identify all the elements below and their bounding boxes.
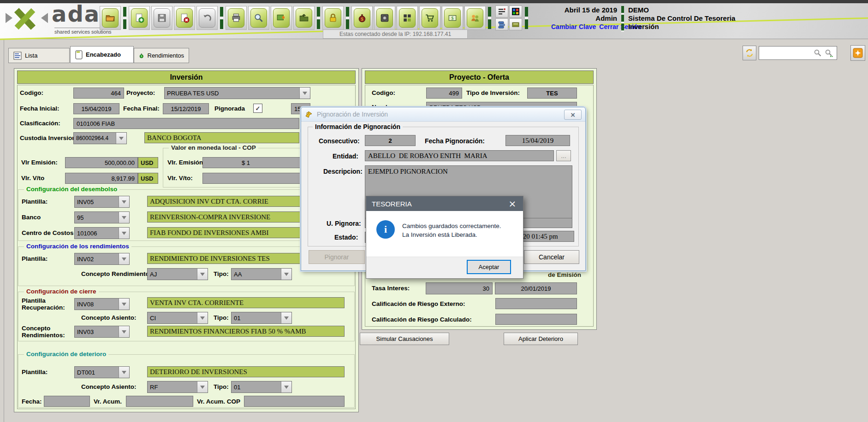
save-button[interactable] <box>151 6 172 30</box>
change-password-link[interactable]: Cambiar Clave <box>551 23 596 30</box>
export-folder-icon <box>296 8 312 28</box>
modules-button[interactable] <box>397 6 418 30</box>
cierre-plantilla-select[interactable]: INV08 <box>74 298 130 310</box>
cierre-tipo-select[interactable]: 01 <box>231 312 292 324</box>
tesoreria-messagebox: TESORERIA × i Cambios guardados correcta… <box>366 196 523 279</box>
toolbar-separator <box>220 7 223 29</box>
custodia-value: 860002964.4 <box>74 133 116 144</box>
chevron-down-icon[interactable] <box>119 228 129 239</box>
pignorada-checkbox[interactable]: ✓ <box>253 104 262 113</box>
delete-button[interactable] <box>174 6 195 30</box>
riesgo-externo-label: Calificación de Riesgo Externo: <box>372 300 465 307</box>
plantilla-label: Plantilla: <box>22 369 48 375</box>
informacion-group-title: Información de Pignoración <box>313 123 403 130</box>
list-view-button[interactable] <box>495 6 508 18</box>
concepto-rendimiento-select[interactable]: AJ <box>147 268 208 280</box>
new-button[interactable] <box>129 6 150 30</box>
custodia-select[interactable]: 860002964.4 <box>73 132 127 144</box>
card-button[interactable] <box>509 18 522 30</box>
preview-button[interactable] <box>248 6 269 30</box>
emision-label-fragment: de Emisión <box>548 271 581 278</box>
chevron-down-icon[interactable] <box>119 212 129 223</box>
proyecto-codigo-field: 499 <box>426 88 462 99</box>
color-grid-button[interactable] <box>509 6 522 18</box>
tipo-select[interactable]: AA <box>231 268 292 280</box>
chevron-down-icon[interactable] <box>119 367 129 378</box>
export-button[interactable] <box>271 6 292 30</box>
chevron-down-icon[interactable] <box>197 381 208 393</box>
chevron-down-icon[interactable] <box>299 88 310 99</box>
tipo-label: Tipo: <box>214 314 229 321</box>
concepto-rendimientos-desc: RENDIMIENTOS FINANCIEROS FIAB 50 % %AMB <box>147 326 345 337</box>
aceptar-button[interactable]: Aceptar <box>467 260 511 274</box>
color-grid-icon <box>511 7 520 16</box>
aplicar-deterioro-button[interactable]: Aplicar Deterioro <box>504 333 578 345</box>
cierre-plantilla-desc: VENTA INV CTA. CORRIENTE <box>147 297 345 308</box>
magnifier-next-icon[interactable] <box>825 49 834 57</box>
lock-button[interactable] <box>322 6 344 30</box>
tab-label: Rendimientos <box>148 52 184 59</box>
chevron-down-icon[interactable] <box>281 381 291 393</box>
chevron-down-icon[interactable] <box>119 326 129 337</box>
purchases-button[interactable] <box>419 6 440 30</box>
close-icon[interactable]: × <box>506 198 518 210</box>
tab-lista[interactable]: Lista <box>8 48 70 63</box>
entidad-field[interactable]: ABELLO DE ROBAYO ENITH MARIA <box>365 150 554 161</box>
print-button[interactable] <box>226 6 247 30</box>
chevron-down-icon[interactable] <box>197 269 208 280</box>
entidad-browse-button[interactable]: ... <box>556 150 571 161</box>
chevron-down-icon[interactable] <box>119 299 129 310</box>
concepto-asiento-select[interactable]: CI <box>147 312 208 324</box>
deterioro-fecha-field <box>44 396 90 407</box>
desembolso-plantilla-select[interactable]: INV05 <box>74 196 130 208</box>
tab-label: Encabezado <box>86 51 121 58</box>
lock-icon <box>325 8 341 28</box>
close-icon[interactable]: × <box>564 110 582 120</box>
undo-button[interactable] <box>196 6 218 30</box>
plantilla-label: Plantilla: <box>22 198 48 205</box>
users-button[interactable] <box>464 6 486 30</box>
funds-button[interactable]: $ <box>351 6 373 30</box>
rendimientos-plantilla-select[interactable]: INV02 <box>74 253 130 265</box>
refresh-button[interactable] <box>743 46 756 60</box>
favorites-button[interactable] <box>850 45 865 61</box>
chevron-down-icon[interactable] <box>119 253 129 264</box>
codigo-label: Codigo: <box>20 89 43 96</box>
value: DT001 <box>75 367 119 378</box>
concepto-asiento-label: Concepto Asiento: <box>81 383 137 390</box>
chevron-down-icon[interactable] <box>119 196 129 207</box>
deterioro-tipo-select[interactable]: 01 <box>231 381 292 393</box>
vr-acum-field <box>126 396 193 407</box>
deterioro-plantilla-select[interactable]: DT001 <box>74 366 130 378</box>
centro-costos-select[interactable]: 101006 <box>74 227 130 239</box>
simular-causaciones-button[interactable]: Simular Causaciones <box>360 333 449 345</box>
vr-acum-cop-field <box>244 396 345 407</box>
tab-rendimientos[interactable]: $ Rendimientos <box>134 48 189 63</box>
open-button[interactable] <box>100 6 121 30</box>
vault-button[interactable] <box>374 6 395 30</box>
pledge-icon <box>305 110 313 118</box>
vr-acum-cop-label: Vr. Acum. COP <box>197 398 240 405</box>
centro-costos-label: Centro de Costos <box>22 229 74 236</box>
layers-button[interactable] <box>495 18 508 30</box>
deterioro-concepto-select[interactable]: RF <box>147 381 208 393</box>
chevron-down-icon[interactable] <box>116 133 126 144</box>
export-folder-button[interactable] <box>293 6 315 30</box>
codigo-field: 464 <box>73 88 124 99</box>
tipo-label: Tipo: <box>214 383 229 390</box>
chevron-down-icon[interactable] <box>281 312 291 323</box>
layers-icon <box>498 20 506 29</box>
proyecto-select[interactable]: PRUEBA TES USD <box>164 87 310 99</box>
banco-select[interactable]: 95 <box>74 211 130 223</box>
payments-button[interactable]: $ <box>442 6 463 30</box>
concepto-rendimientos-select[interactable]: INV03 <box>74 326 130 338</box>
cancelar-button[interactable]: Cancelar <box>524 250 579 264</box>
vlr-vto-label: Vlr. V/to <box>21 175 44 182</box>
value: CI <box>148 312 197 323</box>
delete-document-icon <box>176 8 193 28</box>
chevron-down-icon[interactable] <box>197 312 208 323</box>
chevron-down-icon[interactable] <box>281 269 291 280</box>
session-links: Cambiar ClaveCerrar Sesión <box>548 23 617 31</box>
tab-encabezado[interactable]: Encabezado <box>70 46 134 63</box>
magnifier-icon[interactable] <box>814 49 822 57</box>
